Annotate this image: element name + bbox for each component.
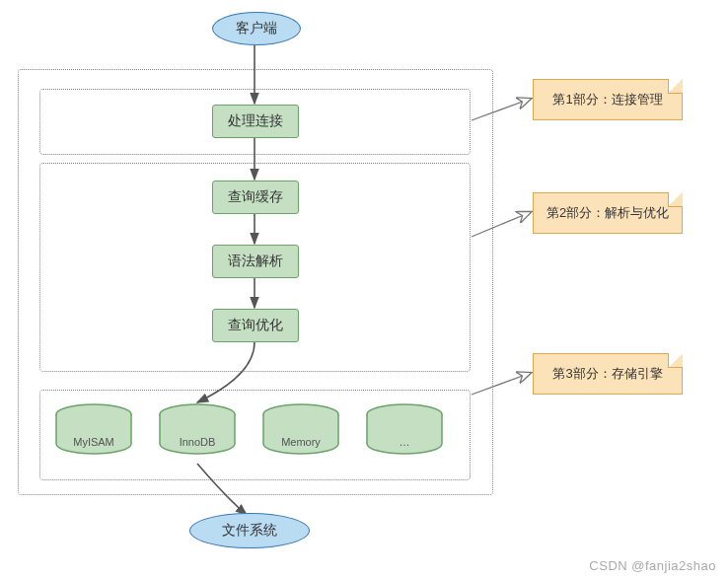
callout-parse-label: 第2部分：解析与优化 [546, 204, 669, 222]
callout-connection: 第1部分：连接管理 [533, 79, 683, 120]
node-engine-more: … [365, 414, 444, 459]
node-query-cache-label: 查询缓存 [228, 188, 283, 206]
node-engine-innodb-label: InnoDB [180, 436, 216, 448]
node-client: 客户端 [212, 12, 301, 45]
node-engine-myisam-label: MyISAM [73, 436, 114, 448]
node-engine-innodb: InnoDB [158, 414, 237, 459]
footer-watermark: CSDN @fanjia2shao [589, 558, 716, 573]
node-handle-conn: 处理连接 [212, 105, 299, 138]
node-engine-memory-label: Memory [281, 436, 321, 448]
node-client-label: 客户端 [236, 20, 277, 37]
node-query-cache: 查询缓存 [212, 181, 299, 214]
node-engine-more-label: … [400, 436, 410, 448]
callout-connection-label: 第1部分：连接管理 [552, 91, 662, 109]
node-engine-memory: Memory [261, 414, 340, 459]
node-optimize: 查询优化 [212, 309, 299, 342]
callout-engine: 第3部分：存储引擎 [533, 353, 683, 395]
node-filesystem-label: 文件系统 [222, 522, 277, 540]
node-engine-myisam: MyISAM [54, 414, 133, 459]
callout-parse: 第2部分：解析与优化 [533, 192, 683, 234]
node-parse-label: 语法解析 [228, 253, 283, 270]
callout-engine-label: 第3部分：存储引擎 [552, 365, 662, 383]
node-optimize-label: 查询优化 [228, 317, 283, 334]
node-filesystem: 文件系统 [189, 513, 310, 548]
node-handle-conn-label: 处理连接 [228, 112, 283, 130]
node-parse: 语法解析 [212, 245, 299, 278]
